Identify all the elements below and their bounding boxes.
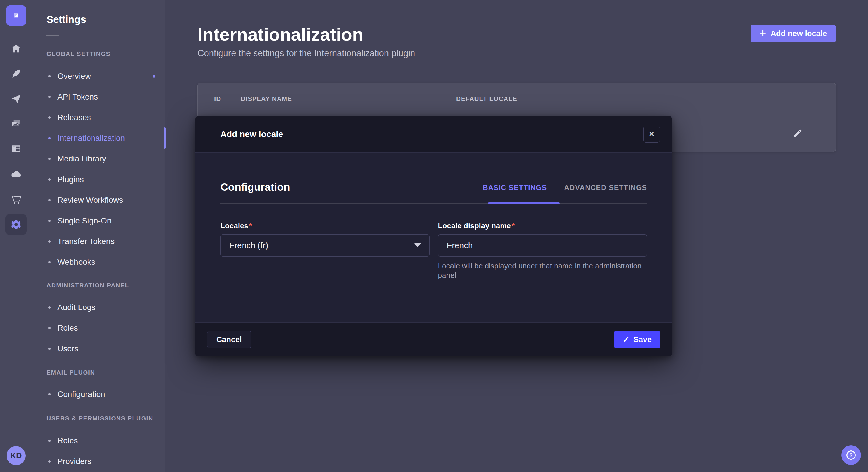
sidebar-item-single-sign-on[interactable]: Single Sign-On	[32, 210, 165, 231]
gear-icon	[10, 219, 22, 230]
rail-divider	[0, 32, 32, 32]
bullet-icon	[48, 306, 51, 308]
nav-list-users-permissions: Roles Providers	[32, 430, 165, 472]
rail-item-deploy[interactable]	[5, 164, 27, 185]
settings-tabs: BASIC SETTINGS ADVANCED SETTINGS	[483, 183, 647, 192]
column-display-name: DISPLAY NAME	[241, 95, 456, 103]
app-root: KD Settings GLOBAL SETTINGS Overview API…	[0, 0, 868, 472]
sidebar-item-media-library[interactable]: Media Library	[32, 148, 165, 169]
section-administration-panel: ADMINISTRATION PANEL	[46, 282, 129, 289]
user-avatar[interactable]: KD	[7, 446, 26, 465]
notification-dot	[153, 75, 155, 78]
close-icon: ✕	[648, 130, 655, 139]
caret-down-icon	[414, 243, 421, 247]
rail-item-settings[interactable]	[5, 214, 27, 235]
bullet-icon	[48, 460, 51, 463]
svg-text:?: ?	[849, 452, 852, 458]
strapi-logo[interactable]	[6, 5, 26, 26]
locales-field: Locales* French (fr)	[220, 222, 430, 280]
active-tab-indicator	[488, 202, 560, 204]
bullet-icon	[48, 261, 51, 263]
tabs-divider	[220, 203, 647, 204]
help-button[interactable]: ?	[841, 445, 861, 465]
sidebar-item-internationalization[interactable]: Internationalization	[32, 128, 165, 148]
active-nav-indicator	[164, 127, 166, 148]
paper-plane-icon	[10, 93, 22, 105]
required-mark: *	[249, 222, 252, 230]
form-fields: Locales* French (fr) Locale display name…	[220, 222, 647, 280]
sidebar-item-audit-logs[interactable]: Audit Logs	[32, 297, 165, 318]
layout-icon	[10, 143, 22, 155]
sidebar-item-transfer-tokens[interactable]: Transfer Tokens	[32, 231, 165, 252]
display-name-label: Locale display name*	[438, 222, 647, 230]
bullet-icon	[48, 116, 51, 119]
sidebar-item-admin-roles[interactable]: Roles	[32, 318, 165, 338]
locales-select[interactable]: French (fr)	[220, 234, 430, 257]
bullet-icon	[48, 240, 51, 243]
nav-list-admin: Audit Logs Roles Users	[32, 297, 165, 359]
sidebar-item-admin-users[interactable]: Users	[32, 338, 165, 359]
tab-basic-settings[interactable]: BASIC SETTINGS	[483, 183, 547, 192]
bullet-icon	[48, 96, 51, 98]
nav-list-global: Overview API Tokens Releases Internation…	[32, 66, 165, 272]
sidebar-item-overview[interactable]: Overview	[32, 66, 165, 87]
configuration-heading: Configuration	[220, 181, 290, 193]
locales-select-value: French (fr)	[229, 241, 268, 250]
display-name-field: Locale display name* Locale will be disp…	[438, 222, 647, 280]
table-header-row: ID DISPLAY NAME DEFAULT LOCALE	[198, 83, 836, 115]
modal-footer: Cancel ✓ Save	[195, 322, 672, 357]
locales-label: Locales*	[220, 222, 430, 230]
bullet-icon	[48, 393, 51, 396]
sidebar-item-up-roles[interactable]: Roles	[32, 430, 165, 451]
tab-advanced-settings[interactable]: ADVANCED SETTINGS	[564, 183, 647, 192]
rail-item-media[interactable]	[5, 113, 27, 134]
modal-header: Add new locale ✕	[195, 116, 672, 153]
edit-locale-button[interactable]	[789, 125, 806, 141]
display-name-input[interactable]	[438, 234, 647, 257]
sidebar-item-releases[interactable]: Releases	[32, 107, 165, 128]
sidebar-item-webhooks[interactable]: Webhooks	[32, 252, 165, 272]
home-icon	[10, 43, 22, 55]
bullet-icon	[48, 220, 51, 222]
pencil-icon	[793, 128, 803, 138]
plus-icon: +	[760, 28, 766, 38]
bullet-icon	[48, 75, 51, 77]
rail-item-content[interactable]	[5, 63, 27, 84]
page-title: Internationalization	[197, 24, 363, 45]
sidebar-item-plugins[interactable]: Plugins	[32, 169, 165, 190]
nav-list-email: Configuration	[32, 384, 165, 405]
cloud-icon	[10, 169, 22, 180]
save-button[interactable]: ✓ Save	[614, 331, 660, 348]
sidebar-title-rule	[46, 35, 59, 36]
feather-icon	[10, 68, 22, 79]
modal-body: Configuration BASIC SETTINGS ADVANCED SE…	[195, 153, 672, 322]
sidebar-item-up-providers[interactable]: Providers	[32, 451, 165, 472]
icon-rail: KD	[0, 0, 32, 472]
bullet-icon	[48, 327, 51, 329]
media-library-icon	[10, 118, 22, 130]
column-default-locale: DEFAULT LOCALE	[456, 95, 836, 103]
section-global-settings: GLOBAL SETTINGS	[46, 50, 111, 57]
section-email-plugin: EMAIL PLUGIN	[46, 369, 95, 376]
close-button[interactable]: ✕	[643, 126, 660, 142]
required-mark: *	[512, 222, 515, 230]
add-new-locale-button[interactable]: + Add new locale	[751, 25, 836, 42]
rail-item-marketplace[interactable]	[5, 189, 27, 210]
rail-item-home[interactable]	[5, 38, 27, 59]
bullet-icon	[48, 158, 51, 160]
bullet-icon	[48, 440, 51, 442]
rail-item-release[interactable]	[5, 89, 27, 109]
rail-item-layout[interactable]	[5, 138, 27, 159]
sidebar-item-review-workflows[interactable]: Review Workflows	[32, 190, 165, 210]
cancel-button[interactable]: Cancel	[207, 331, 251, 348]
sidebar-item-api-tokens[interactable]: API Tokens	[32, 87, 165, 107]
settings-sidebar: Settings GLOBAL SETTINGS Overview API To…	[32, 0, 165, 472]
column-id: ID	[198, 95, 241, 103]
sidebar-title: Settings	[46, 14, 86, 25]
display-name-hint: Locale will be displayed under that name…	[438, 261, 647, 280]
bullet-icon	[48, 137, 51, 139]
check-icon: ✓	[623, 335, 629, 344]
cart-icon	[10, 194, 22, 205]
sidebar-item-email-configuration[interactable]: Configuration	[32, 384, 165, 405]
page-subtitle: Configure the settings for the Internati…	[197, 48, 415, 59]
